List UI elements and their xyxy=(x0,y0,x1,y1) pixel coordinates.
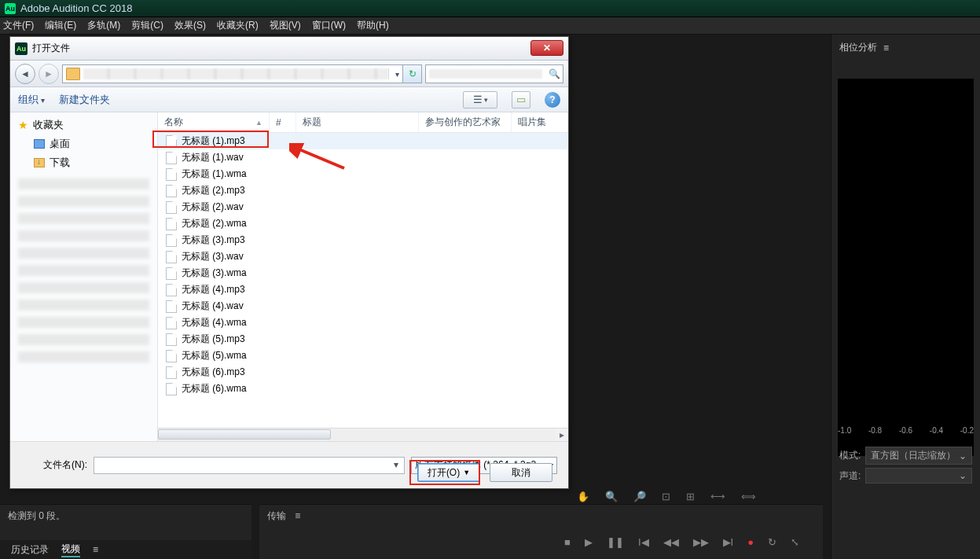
col-album[interactable]: 唱片集 xyxy=(512,112,568,132)
preview-pane-button[interactable]: ▭ xyxy=(512,91,530,108)
hand-tool-icon[interactable]: ✋ xyxy=(577,491,589,502)
file-name: 无标题 (3).wma xyxy=(182,267,247,280)
scrollbar-thumb[interactable] xyxy=(158,429,331,439)
col-title[interactable]: 标题 xyxy=(296,112,419,132)
file-icon xyxy=(166,350,177,362)
app-icon: Au xyxy=(5,3,16,14)
cancel-button[interactable]: 取消 xyxy=(490,463,552,482)
file-icon xyxy=(166,284,177,296)
col-artist[interactable]: 参与创作的艺术家 xyxy=(419,112,512,132)
address-dropdown-icon[interactable] xyxy=(388,68,402,79)
file-row[interactable]: 无标题 (4).wav xyxy=(158,298,568,314)
file-row[interactable]: 无标题 (1).mp3 xyxy=(158,133,568,149)
close-button[interactable]: ✕ xyxy=(530,40,563,56)
file-icon xyxy=(166,234,177,247)
mode-label: 模式: xyxy=(839,449,861,462)
loop-button[interactable]: ↻ xyxy=(768,536,776,548)
rewind-button[interactable]: ◀◀ xyxy=(663,536,679,548)
tab-history[interactable]: 历史记录 xyxy=(11,543,49,557)
file-row[interactable]: 无标题 (3).wma xyxy=(158,265,568,281)
sidebar-downloads[interactable]: 下载 xyxy=(10,153,157,172)
menu-favorites[interactable]: 收藏夹(R) xyxy=(217,19,259,32)
forward-button-nav[interactable]: ► xyxy=(39,64,59,84)
mode-combo[interactable]: 直方图（日志缩放）⌄ xyxy=(865,447,972,465)
search-icon[interactable]: 🔍 xyxy=(545,68,563,79)
file-name: 无标题 (5).wma xyxy=(182,349,247,362)
menu-effects[interactable]: 效果(S) xyxy=(174,19,206,32)
stop-button[interactable]: ■ xyxy=(564,536,571,548)
filename-input[interactable]: ▾ xyxy=(94,457,405,474)
sidebar-favorites[interactable]: ★收藏夹 xyxy=(10,116,157,134)
file-icon xyxy=(166,300,177,313)
address-bar[interactable]: ↻ xyxy=(62,64,422,83)
menu-multitrack[interactable]: 多轨(M) xyxy=(87,19,120,32)
file-row[interactable]: 无标题 (2).wav xyxy=(158,199,568,215)
file-row[interactable]: 无标题 (4).wma xyxy=(158,314,568,331)
menu-clip[interactable]: 剪辑(C) xyxy=(131,19,163,32)
phase-panel-title: 相位分析 xyxy=(839,41,877,54)
sidebar-desktop[interactable]: 桌面 xyxy=(10,134,157,153)
channel-combo[interactable]: ⌄ xyxy=(865,468,972,484)
filename-dropdown-icon[interactable]: ▾ xyxy=(390,459,402,470)
menu-window[interactable]: 窗口(W) xyxy=(312,19,346,32)
zoom-out-time-icon[interactable]: ⟺ xyxy=(741,491,756,502)
file-icon xyxy=(166,201,177,214)
help-button[interactable]: ? xyxy=(545,92,560,108)
zoom-full-icon[interactable]: ⊡ xyxy=(662,491,670,502)
phase-analysis-panel: 相位分析 -1.0 -0.8 -0.6 -0.4 -0.2 模式: 直方图（日志… xyxy=(831,35,980,559)
record-button[interactable]: ● xyxy=(747,536,754,548)
open-button[interactable]: 打开(O)▼ xyxy=(417,463,480,482)
view-mode-button[interactable]: ☰▾ xyxy=(463,91,497,108)
file-icon xyxy=(166,135,177,148)
file-row[interactable]: 无标题 (1).wav xyxy=(158,149,568,166)
pause-button[interactable]: ❚❚ xyxy=(607,536,624,548)
file-row[interactable]: 无标题 (6).wma xyxy=(158,381,568,397)
organize-button[interactable]: 组织 xyxy=(18,93,45,107)
menu-edit[interactable]: 编辑(E) xyxy=(45,19,76,32)
forward-button[interactable]: ▶▶ xyxy=(693,536,709,548)
file-row[interactable]: 无标题 (1).wma xyxy=(158,166,568,182)
new-folder-button[interactable]: 新建文件夹 xyxy=(59,93,110,107)
zoom-out-icon[interactable]: 🔎 xyxy=(633,491,646,502)
refresh-button[interactable]: ↻ xyxy=(402,65,421,83)
skip-selection-button[interactable]: ⤡ xyxy=(791,536,799,548)
file-icon xyxy=(166,333,177,346)
file-row[interactable]: 无标题 (2).mp3 xyxy=(158,182,568,199)
tab-video[interactable]: 视频 xyxy=(61,542,80,557)
back-button[interactable]: ◄ xyxy=(15,64,35,84)
tabs-menu-icon[interactable] xyxy=(93,544,101,555)
column-headers: 名称▲ # 标题 参与创作的艺术家 唱片集 xyxy=(158,112,568,133)
nav-bar: ◄ ► ↻ 🔍 xyxy=(10,61,568,87)
zoom-in-icon[interactable]: 🔍 xyxy=(605,491,618,502)
zoom-sel-icon[interactable]: ⊞ xyxy=(686,491,695,502)
skip-start-button[interactable]: I◀ xyxy=(638,536,649,548)
col-number[interactable]: # xyxy=(270,112,296,132)
transport-menu-icon[interactable] xyxy=(295,510,303,521)
panel-menu-icon[interactable] xyxy=(883,42,891,53)
menu-help[interactable]: 帮助(H) xyxy=(357,19,389,32)
open-file-dialog: Au 打开文件 ✕ ◄ ► ↻ 🔍 组织 新建文件夹 ☰▾ ▭ ? ★收藏夹 桌… xyxy=(9,36,569,489)
file-row[interactable]: 无标题 (5).wma xyxy=(158,348,568,364)
file-row[interactable]: 无标题 (2).wma xyxy=(158,215,568,232)
search-box[interactable]: 🔍 xyxy=(425,64,563,83)
file-icon xyxy=(166,168,177,181)
file-row[interactable]: 无标题 (4).mp3 xyxy=(158,281,568,298)
dialog-titlebar[interactable]: Au 打开文件 ✕ xyxy=(10,37,568,61)
skip-end-button[interactable]: ▶I xyxy=(723,536,734,548)
file-row[interactable]: 无标题 (3).mp3 xyxy=(158,232,568,248)
file-name: 无标题 (3).wav xyxy=(182,250,244,263)
file-row[interactable]: 无标题 (3).wav xyxy=(158,248,568,265)
file-name: 无标题 (1).mp3 xyxy=(182,134,245,148)
zoom-in-time-icon[interactable]: ⟷ xyxy=(710,491,725,502)
horizontal-scrollbar[interactable]: ▸ xyxy=(158,428,568,441)
dialog-app-icon: Au xyxy=(15,42,28,55)
file-list[interactable]: 无标题 (1).mp3无标题 (1).wav无标题 (1).wma无标题 (2)… xyxy=(158,133,568,428)
play-button[interactable]: ▶ xyxy=(585,536,593,548)
menu-view[interactable]: 视图(V) xyxy=(270,19,301,32)
file-row[interactable]: 无标题 (6).mp3 xyxy=(158,364,568,381)
scroll-right-icon[interactable]: ▸ xyxy=(555,429,568,440)
menu-file[interactable]: 文件(F) xyxy=(3,19,34,32)
col-name[interactable]: 名称▲ xyxy=(158,112,270,132)
file-name: 无标题 (4).wav xyxy=(182,300,244,313)
file-row[interactable]: 无标题 (5).mp3 xyxy=(158,331,568,348)
